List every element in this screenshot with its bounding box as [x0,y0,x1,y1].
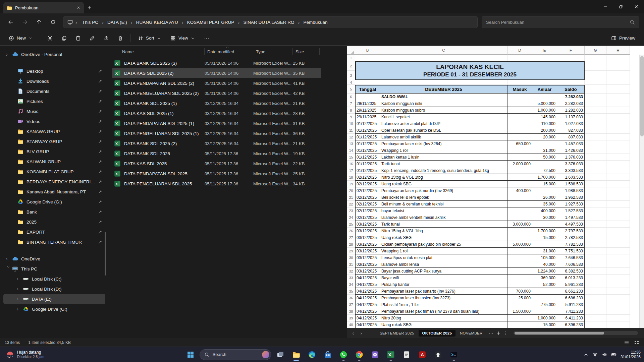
battery-icon[interactable] [611,352,616,357]
ledger-row[interactable]: 33 04/12/2025 Bayar wifi 369.300 6.013.2… [347,275,644,281]
close-button[interactable] [629,0,644,13]
column-letter[interactable]: E [532,46,557,55]
column-letter[interactable]: B [355,46,380,55]
ledger-row[interactable]: 15 01/12/2025 Lakban kertas 1 lusin 50.0… [347,154,644,161]
sidebar-item[interactable]: BLV GRUP [3,146,105,157]
row-number[interactable]: 32 [347,268,355,275]
ledger-row[interactable]: 17 01/12/2025 Kopi 1 renceng, indocafe 1… [347,167,644,174]
whatsapp-taskbar-icon[interactable] [337,348,350,361]
refresh-button[interactable] [47,16,59,28]
column-header-name[interactable]: Name [112,48,205,55]
row-number[interactable]: 39 [347,315,355,321]
DATA BANK SDL 2025 (3)[interactable]: X DATA BANK SDL 2025 (3) 05/01/2026 14:0… [112,58,321,68]
expander-icon[interactable] [6,256,11,261]
share-button[interactable] [100,32,113,44]
up-button[interactable] [33,16,45,28]
cut-button[interactable] [44,32,56,44]
sidebar-item[interactable]: Local Disk (C:) [3,274,105,284]
row-number[interactable]: 11 [347,127,355,134]
DATA KAS SDL 2025 (2)[interactable]: X DATA KAS SDL 2025 (2) 05/01/2026 14:06… [112,68,321,78]
more-options-button[interactable] [200,32,213,44]
ledger-row[interactable]: 13 01/12/2025 Pembayaran laser riski (In… [347,140,644,147]
sheet-horizontal-scrollbar[interactable] [514,331,638,335]
new-button[interactable]: New [5,33,37,43]
DATA KAS SDL 2025 (1)[interactable]: X DATA KAS SDL 2025 (1) 03/12/2025 16:34… [112,108,321,118]
github-taskbar-icon[interactable] [431,348,445,361]
ledger-row[interactable]: 18 02/12/2025 Nitro 15tbg & VGL 1tbg 1.7… [347,174,644,181]
sidebar-item[interactable]: OneDrive [3,254,105,264]
sidebar-item[interactable]: Documents [3,86,105,96]
sidebar-item[interactable]: OneDrive - Personal [3,49,105,59]
expander-icon[interactable] [17,277,22,281]
hidden-icons-button[interactable] [584,352,588,357]
row-number[interactable]: 25 [347,221,355,228]
column-letter[interactable]: G [585,46,606,55]
expander-icon[interactable] [6,266,11,272]
DATA BANK SDL 2025 (1)[interactable]: X DATA BANK SDL 2025 (1) 03/12/2025 16:3… [112,98,321,108]
ledger-row[interactable]: 29 03/12/2025 Wrapping 1 roll 31.000 7.7… [347,248,644,254]
row-number[interactable]: 10 [347,120,355,127]
DATA PENDAPATAN SDL 2025 (1)[interactable]: X DATA PENDAPATAN SDL 2025 (1) 03/12/202… [112,118,321,128]
row-number[interactable]: 14 [347,147,355,154]
scrollbar-thumb[interactable] [515,332,604,335]
ledger-row[interactable]: 19 02/12/2025 Uang rokok SBG 15.000 1.58… [347,181,644,187]
row-number[interactable]: 28 [347,241,355,248]
taskbar-clock[interactable]: 11:36 31/01/2026 [621,350,641,359]
delete-button[interactable] [114,32,127,44]
ledger-row[interactable]: 22 02/12/2025 Beli minum & cemilan untuk… [347,201,644,207]
sheet-tab-oktober-2025[interactable]: OKTOBER 2025 [419,330,455,337]
sheet-next-button[interactable]: › [359,330,364,336]
row-number[interactable]: 27 [347,234,355,241]
DATA PENGELUARAN SDL 2025 (2)[interactable]: X DATA PENGELUARAN SDL 2025 (2) 05/01/20… [112,88,321,98]
sidebar-item[interactable]: Local Disk (D:) [3,284,105,294]
row-number[interactable]: 36 [347,295,355,301]
row-number[interactable]: 7 [347,100,355,107]
scrollbar-thumb[interactable] [640,56,644,136]
sidebar-item[interactable]: Music [3,106,105,116]
expander-icon[interactable] [17,287,22,291]
breadcrumb-item[interactable]: SINAR DUTA LASER RO [241,19,301,26]
sheet-tab-september-2025[interactable]: SEPTEMBER 2025 [376,330,418,337]
ledger-row[interactable]: 9 29/11/2025 Kunci L sepaket 145.000 1.1… [347,114,644,120]
sidebar-item[interactable]: STARWAY GRUP [3,136,105,146]
row-number[interactable]: 8 [347,107,355,114]
row-number[interactable]: 38 [347,308,355,315]
header-keluar[interactable]: Keluar [532,85,557,94]
DATA PENDAPATAN SDL 2025[interactable]: X DATA PENDAPATAN SDL 2025 05/11/2025 17… [112,169,321,179]
search-box[interactable]: Search Pembukuan [482,16,639,28]
ledger-row[interactable]: 14 01/12/2025 Wrapping 1 roll 31.000 1.4… [347,147,644,154]
ledger-row[interactable]: 39 04/12/2025 Nitro 20tbg 1.000.000 6.41… [347,315,644,321]
row-number[interactable]: 1 [347,55,355,61]
minimize-button[interactable] [598,0,613,13]
column-letter[interactable]: H [606,46,630,55]
breadcrumb-item[interactable]: Pembukuan [301,19,330,26]
row-number[interactable]: 19 [347,181,355,187]
sidebar-item[interactable]: Downloads [3,76,105,86]
file-explorer-taskbar-icon[interactable] [289,348,303,361]
row-number[interactable]: 12 [347,134,355,140]
row-number[interactable]: 40 [347,321,355,328]
row-number[interactable]: 21 [347,194,355,201]
DATA BANK SDL 2025 (2)[interactable]: X DATA BANK SDL 2025 (2) 03/12/2025 16:3… [112,138,321,148]
column-header-type[interactable]: Type [253,48,293,55]
ledger-row[interactable]: 35 04/12/2025 Pembayaran laser pak sunar… [347,288,644,295]
report-title-cell[interactable]: LAPORAN KAS KECIL PERIODE 01 - 31 DESEMB… [355,61,585,80]
breadcrumb-item[interactable]: KOSAMBI PLAT GRUP [185,19,241,26]
sort-button[interactable]: Sort [134,33,165,43]
taskbar-search-box[interactable]: Search [200,349,271,360]
column-letter[interactable]: C [380,46,507,55]
sheet-prev-button[interactable]: ‹ [351,330,356,336]
row-number[interactable]: 18 [347,174,355,181]
row-number[interactable]: 35 [347,288,355,295]
sidebar-item[interactable]: This PC [3,264,105,274]
chrome-taskbar-icon[interactable] [353,348,366,361]
column-header-date-modified[interactable]: Date modified [205,48,253,55]
ledger-row[interactable]: 8 29/11/2025 Kasbon mingguan subro 1.000… [347,107,644,114]
preview-vertical-scrollbar[interactable] [639,55,644,328]
select-all-corner[interactable] [347,46,355,55]
sidebar-item[interactable]: Google Drive (G:) [3,304,105,314]
row-number[interactable]: 34 [347,281,355,288]
DATA PENGELUARAN SDL 2025[interactable]: X DATA PENGELUARAN SDL 2025 05/11/2025 1… [112,179,321,189]
task-view-button[interactable] [274,348,287,361]
row-number[interactable]: 30 [347,254,355,261]
